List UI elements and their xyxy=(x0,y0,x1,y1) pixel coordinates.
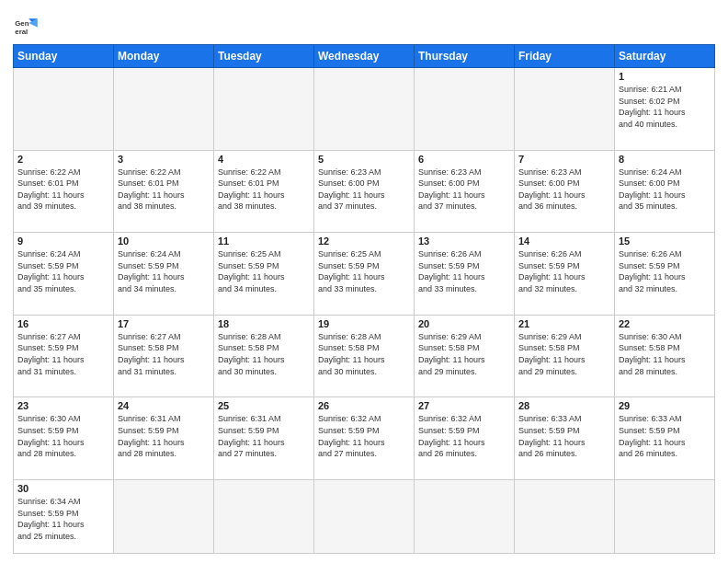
day-info: Sunrise: 6:32 AM Sunset: 5:59 PM Dayligh… xyxy=(318,413,410,459)
day-info: Sunrise: 6:31 AM Sunset: 5:59 PM Dayligh… xyxy=(218,413,310,459)
calendar-cell xyxy=(214,68,314,151)
day-number: 11 xyxy=(218,236,310,247)
calendar-cell: 16Sunrise: 6:27 AM Sunset: 5:59 PM Dayli… xyxy=(14,315,114,397)
day-number: 30 xyxy=(17,483,109,494)
day-number: 22 xyxy=(619,318,711,329)
day-info: Sunrise: 6:30 AM Sunset: 5:59 PM Dayligh… xyxy=(17,413,109,459)
calendar-week-row: 23Sunrise: 6:30 AM Sunset: 5:59 PM Dayli… xyxy=(14,397,715,480)
day-number: 27 xyxy=(418,400,510,411)
calendar-cell xyxy=(415,68,515,151)
day-number: 29 xyxy=(619,400,711,411)
calendar-week-row: 16Sunrise: 6:27 AM Sunset: 5:59 PM Dayli… xyxy=(14,315,715,397)
day-number: 9 xyxy=(17,236,109,247)
day-number: 24 xyxy=(118,400,210,411)
day-info: Sunrise: 6:32 AM Sunset: 5:59 PM Dayligh… xyxy=(418,413,510,459)
weekday-header-sunday: Sunday xyxy=(14,45,114,68)
day-info: Sunrise: 6:33 AM Sunset: 5:59 PM Dayligh… xyxy=(518,413,610,459)
day-number: 25 xyxy=(218,400,310,411)
day-info: Sunrise: 6:33 AM Sunset: 5:59 PM Dayligh… xyxy=(619,413,711,459)
calendar-cell: 1Sunrise: 6:21 AM Sunset: 6:02 PM Daylig… xyxy=(615,68,715,151)
calendar-cell: 28Sunrise: 6:33 AM Sunset: 5:59 PM Dayli… xyxy=(515,397,615,480)
day-number: 13 xyxy=(418,236,510,247)
calendar-cell: 9Sunrise: 6:24 AM Sunset: 5:59 PM Daylig… xyxy=(14,233,114,316)
day-number: 8 xyxy=(619,154,711,165)
calendar-cell xyxy=(615,480,715,554)
calendar-cell xyxy=(114,68,214,151)
calendar-cell: 10Sunrise: 6:24 AM Sunset: 5:59 PM Dayli… xyxy=(114,233,214,316)
calendar-week-row: 2Sunrise: 6:22 AM Sunset: 6:01 PM Daylig… xyxy=(14,150,715,233)
calendar-week-row: 1Sunrise: 6:21 AM Sunset: 6:02 PM Daylig… xyxy=(14,68,715,151)
calendar-cell: 25Sunrise: 6:31 AM Sunset: 5:59 PM Dayli… xyxy=(214,397,314,480)
calendar-cell: 14Sunrise: 6:26 AM Sunset: 5:59 PM Dayli… xyxy=(515,233,615,316)
calendar-cell: 12Sunrise: 6:25 AM Sunset: 5:59 PM Dayli… xyxy=(314,233,415,316)
day-info: Sunrise: 6:24 AM Sunset: 5:59 PM Dayligh… xyxy=(17,248,109,294)
weekday-header-thursday: Thursday xyxy=(415,45,515,68)
day-number: 28 xyxy=(518,400,610,411)
calendar-cell: 23Sunrise: 6:30 AM Sunset: 5:59 PM Dayli… xyxy=(14,397,114,480)
weekday-header-row: SundayMondayTuesdayWednesdayThursdayFrid… xyxy=(14,45,715,68)
calendar-cell: 3Sunrise: 6:22 AM Sunset: 6:01 PM Daylig… xyxy=(114,150,214,233)
calendar-cell: 11Sunrise: 6:25 AM Sunset: 5:59 PM Dayli… xyxy=(214,233,314,316)
day-info: Sunrise: 6:23 AM Sunset: 6:00 PM Dayligh… xyxy=(418,167,510,213)
weekday-header-monday: Monday xyxy=(114,45,214,68)
calendar-cell: 19Sunrise: 6:28 AM Sunset: 5:58 PM Dayli… xyxy=(314,315,415,397)
calendar-cell: 2Sunrise: 6:22 AM Sunset: 6:01 PM Daylig… xyxy=(14,150,114,233)
calendar-cell: 6Sunrise: 6:23 AM Sunset: 6:00 PM Daylig… xyxy=(415,150,515,233)
calendar-cell: 29Sunrise: 6:33 AM Sunset: 5:59 PM Dayli… xyxy=(615,397,715,480)
calendar-cell xyxy=(415,480,515,554)
day-info: Sunrise: 6:23 AM Sunset: 6:00 PM Dayligh… xyxy=(318,167,410,213)
weekday-header-wednesday: Wednesday xyxy=(314,45,415,68)
day-info: Sunrise: 6:22 AM Sunset: 6:01 PM Dayligh… xyxy=(17,167,109,213)
calendar-cell: 17Sunrise: 6:27 AM Sunset: 5:58 PM Dayli… xyxy=(114,315,214,397)
day-number: 6 xyxy=(418,154,510,165)
day-number: 19 xyxy=(318,318,410,329)
calendar-cell: 26Sunrise: 6:32 AM Sunset: 5:59 PM Dayli… xyxy=(314,397,415,480)
calendar-cell xyxy=(14,68,114,151)
day-info: Sunrise: 6:31 AM Sunset: 5:59 PM Dayligh… xyxy=(118,413,210,459)
calendar-week-row: 30Sunrise: 6:34 AM Sunset: 5:59 PM Dayli… xyxy=(14,480,715,554)
weekday-header-tuesday: Tuesday xyxy=(214,45,314,68)
calendar-cell: 4Sunrise: 6:22 AM Sunset: 6:01 PM Daylig… xyxy=(214,150,314,233)
day-number: 26 xyxy=(318,400,410,411)
day-number: 5 xyxy=(318,154,410,165)
day-info: Sunrise: 6:29 AM Sunset: 5:58 PM Dayligh… xyxy=(418,331,510,377)
day-number: 17 xyxy=(118,318,210,329)
day-info: Sunrise: 6:25 AM Sunset: 5:59 PM Dayligh… xyxy=(318,248,410,294)
day-info: Sunrise: 6:28 AM Sunset: 5:58 PM Dayligh… xyxy=(318,331,410,377)
calendar-cell: 8Sunrise: 6:24 AM Sunset: 6:00 PM Daylig… xyxy=(615,150,715,233)
day-info: Sunrise: 6:26 AM Sunset: 5:59 PM Dayligh… xyxy=(619,248,711,294)
calendar-cell xyxy=(314,68,415,151)
svg-text:eral: eral xyxy=(15,28,28,36)
calendar-cell: 24Sunrise: 6:31 AM Sunset: 5:59 PM Dayli… xyxy=(114,397,214,480)
calendar-cell xyxy=(515,68,615,151)
weekday-header-friday: Friday xyxy=(515,45,615,68)
day-number: 1 xyxy=(619,71,711,82)
generalblue-logo-icon: Gen eral xyxy=(13,13,39,39)
day-info: Sunrise: 6:26 AM Sunset: 5:59 PM Dayligh… xyxy=(518,248,610,294)
day-number: 10 xyxy=(118,236,210,247)
day-info: Sunrise: 6:24 AM Sunset: 6:00 PM Dayligh… xyxy=(619,167,711,213)
calendar-cell: 15Sunrise: 6:26 AM Sunset: 5:59 PM Dayli… xyxy=(615,233,715,316)
calendar-cell xyxy=(114,480,214,554)
calendar-cell: 30Sunrise: 6:34 AM Sunset: 5:59 PM Dayli… xyxy=(14,480,114,554)
day-info: Sunrise: 6:25 AM Sunset: 5:59 PM Dayligh… xyxy=(218,248,310,294)
calendar-cell: 22Sunrise: 6:30 AM Sunset: 5:58 PM Dayli… xyxy=(615,315,715,397)
day-number: 12 xyxy=(318,236,410,247)
day-number: 7 xyxy=(518,154,610,165)
day-info: Sunrise: 6:22 AM Sunset: 6:01 PM Dayligh… xyxy=(218,167,310,213)
day-number: 16 xyxy=(17,318,109,329)
day-info: Sunrise: 6:26 AM Sunset: 5:59 PM Dayligh… xyxy=(418,248,510,294)
day-number: 21 xyxy=(518,318,610,329)
calendar-cell xyxy=(214,480,314,554)
day-number: 15 xyxy=(619,236,711,247)
day-number: 18 xyxy=(218,318,310,329)
calendar-week-row: 9Sunrise: 6:24 AM Sunset: 5:59 PM Daylig… xyxy=(14,233,715,316)
calendar-cell: 13Sunrise: 6:26 AM Sunset: 5:59 PM Dayli… xyxy=(415,233,515,316)
day-info: Sunrise: 6:27 AM Sunset: 5:58 PM Dayligh… xyxy=(118,331,210,377)
day-number: 3 xyxy=(118,154,210,165)
weekday-header-saturday: Saturday xyxy=(615,45,715,68)
logo: Gen eral xyxy=(13,13,42,39)
calendar-cell: 18Sunrise: 6:28 AM Sunset: 5:58 PM Dayli… xyxy=(214,315,314,397)
calendar-cell: 20Sunrise: 6:29 AM Sunset: 5:58 PM Dayli… xyxy=(415,315,515,397)
day-info: Sunrise: 6:29 AM Sunset: 5:58 PM Dayligh… xyxy=(518,331,610,377)
